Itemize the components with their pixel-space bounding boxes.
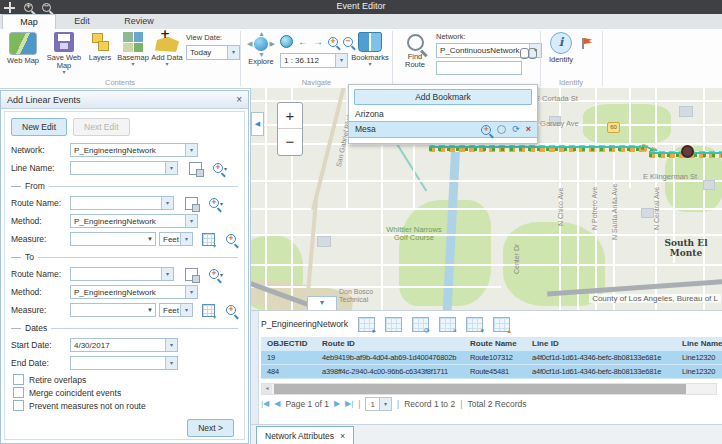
from-unit-select[interactable]: Feet — [159, 232, 193, 246]
scale-select[interactable]: 1 : 36.112 — [280, 53, 348, 68]
horizontal-scrollbar[interactable]: ◂ — [261, 383, 717, 395]
measure-table-icon[interactable] — [202, 233, 215, 246]
table-row[interactable]: 484 a398ff4c-2940-4c00-96b6-c6343f8f1711… — [261, 365, 722, 379]
from-measure-input[interactable]: ▼ — [70, 232, 156, 246]
update-bookmark-icon[interactable]: ⟳ — [512, 125, 520, 134]
tab-network-attributes[interactable]: Network Attributes × — [256, 426, 354, 444]
first-page-button[interactable]: |◀ — [261, 400, 269, 408]
start-date-select[interactable]: 4/30/2017 — [70, 338, 178, 352]
from-method-select[interactable]: P_EngineeringNetwork — [70, 214, 198, 228]
globe-icon[interactable] — [280, 35, 293, 48]
save-web-map-button[interactable]: Save Web Map ▾ — [46, 32, 82, 75]
zoom-to-route-button[interactable]: + ▾ — [209, 198, 223, 208]
table-row[interactable]: 19 4eb9419b-af9b-4d04-ab69-1d400476802b … — [261, 351, 722, 365]
find-route-button[interactable]: Find Route — [398, 32, 432, 69]
next-page-button[interactable]: ▶ — [334, 400, 340, 408]
measure-table-icon[interactable] — [202, 304, 215, 317]
bookmarks-button[interactable]: Bookmarks ▾ — [348, 32, 392, 67]
delete-bookmark-icon[interactable]: × — [526, 125, 531, 134]
to-unit-select[interactable]: Feet — [159, 303, 193, 317]
switch-selection-icon[interactable]: ⟳ — [412, 317, 429, 332]
last-page-button[interactable]: ▶| — [345, 400, 353, 408]
route-search-input[interactable] — [436, 61, 522, 75]
from-route-name-select[interactable] — [70, 196, 174, 210]
column-header[interactable]: OBJECTID — [261, 337, 316, 351]
select-records-icon[interactable]: ▸ — [358, 317, 375, 332]
sort-records-icon[interactable]: ▴ — [493, 317, 510, 332]
column-header[interactable]: Line ID — [526, 337, 676, 351]
chevron-down-icon[interactable] — [165, 339, 177, 351]
zoom-to-route-button[interactable]: + ▾ — [209, 269, 223, 279]
next-edit-button[interactable]: Next Edit — [73, 118, 130, 136]
line-name-select[interactable] — [70, 161, 178, 175]
flag-icon[interactable] — [580, 37, 593, 50]
binoculars-icon[interactable] — [520, 47, 537, 58]
bookmark-item[interactable]: Arizona — [349, 108, 537, 121]
select-on-map-icon[interactable] — [185, 268, 198, 281]
scrollbar-thumb[interactable] — [274, 384, 686, 394]
chevron-down-icon[interactable] — [180, 304, 192, 316]
previous-page-button[interactable]: ◀ — [274, 400, 280, 408]
view-date-select[interactable]: Today — [186, 45, 240, 60]
chevron-down-icon[interactable] — [161, 268, 173, 280]
to-route-name-select[interactable] — [70, 267, 174, 281]
zoom-to-measure-icon[interactable]: + — [226, 305, 236, 315]
chevron-down-icon[interactable] — [379, 398, 391, 410]
chevron-down-icon[interactable] — [161, 197, 173, 209]
chevron-down-icon[interactable] — [185, 286, 197, 298]
select-on-map-icon[interactable] — [189, 162, 202, 175]
merge-coincident-checkbox[interactable] — [13, 387, 24, 398]
tab-edit[interactable]: Edit — [56, 14, 108, 29]
save-web-map-label: Save Web Map — [46, 54, 82, 70]
chevron-down-icon[interactable] — [165, 162, 177, 174]
next-button[interactable]: Next > — [187, 419, 234, 437]
zoom-to-measure-icon[interactable]: + — [226, 234, 236, 244]
end-date-select[interactable] — [70, 356, 178, 370]
identify-button[interactable]: Identify — [544, 32, 578, 64]
close-icon[interactable]: × — [236, 94, 242, 105]
chevron-down-icon[interactable] — [335, 54, 347, 67]
zoom-to-line-button[interactable]: + ▾ — [213, 163, 227, 173]
basemap-button[interactable]: Basemap ▾ — [116, 32, 150, 67]
clear-selection-icon[interactable]: × — [439, 317, 456, 332]
chevron-down-icon[interactable] — [165, 357, 177, 369]
prevent-measures-checkbox[interactable] — [13, 400, 24, 411]
collapse-panel-button[interactable]: ◀ — [251, 112, 264, 136]
previous-extent-icon[interactable]: ← — [298, 37, 308, 47]
tab-map[interactable]: Map — [2, 14, 56, 30]
map-zoom-out-button[interactable]: − — [278, 129, 302, 154]
next-extent-icon[interactable]: → — [313, 37, 323, 47]
chevron-down-icon[interactable] — [185, 144, 197, 156]
export-records-icon[interactable]: ▾ — [466, 317, 483, 332]
close-icon[interactable]: × — [340, 431, 345, 441]
chevron-down-icon[interactable]: ▼ — [147, 307, 155, 313]
add-bookmark-button[interactable]: Add Bookmark — [354, 89, 532, 105]
pan-to-bookmark-icon[interactable] — [497, 125, 506, 134]
to-measure-input[interactable]: ▼ — [70, 303, 156, 317]
chevron-down-icon[interactable] — [227, 46, 239, 59]
column-header[interactable]: Route ID — [316, 337, 464, 351]
chevron-down-icon[interactable] — [180, 233, 192, 245]
chevron-down-icon[interactable]: ▼ — [147, 236, 155, 242]
page-select[interactable]: 1 — [365, 397, 391, 411]
to-method-select[interactable]: P_EngineeringNetwork — [70, 285, 198, 299]
scroll-left-icon[interactable]: ◂ — [262, 384, 272, 394]
new-edit-button[interactable]: New Edit — [11, 118, 67, 136]
zoom-to-bookmark-icon[interactable]: + — [481, 125, 491, 135]
chevron-down-icon[interactable] — [185, 215, 197, 227]
layers-button[interactable]: Layers — [84, 32, 116, 62]
retire-overlaps-checkbox[interactable] — [13, 374, 24, 385]
column-header[interactable]: Line Name — [676, 337, 722, 351]
bookmark-item-selected[interactable]: Mesa + ⟳ × — [349, 121, 537, 138]
table-view-icon[interactable] — [385, 317, 402, 332]
select-on-map-icon[interactable] — [185, 197, 198, 210]
explore-button[interactable]: ▲▼◀▶ Explore — [246, 32, 276, 66]
zoom-in-tool-icon[interactable]: + — [328, 37, 338, 47]
web-map-button[interactable]: Web Map — [4, 32, 42, 65]
add-data-button[interactable]: Add Data ▾ — [150, 32, 184, 67]
group-separator — [392, 31, 393, 86]
collapse-table-button[interactable]: ▼ — [307, 296, 337, 310]
column-header[interactable]: Route Name — [464, 337, 526, 351]
network-field-select[interactable]: P_EngineeringNetwork — [70, 143, 198, 157]
map-zoom-in-button[interactable]: + — [278, 103, 302, 128]
